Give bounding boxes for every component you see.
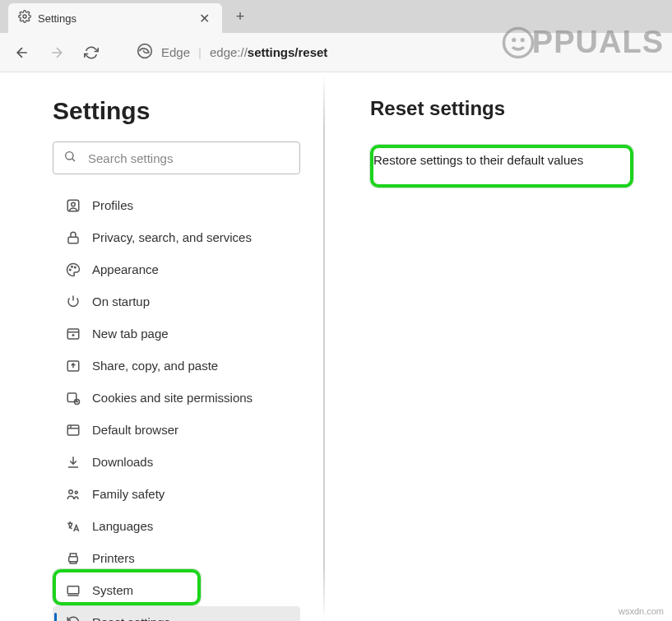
sidebar-item-label: Downloads <box>92 455 153 469</box>
page-title: Settings <box>53 97 300 125</box>
sidebar-item-languages[interactable]: Languages <box>53 510 300 542</box>
sidebar-item-label: Cookies and site permissions <box>92 391 253 405</box>
sidebar-item-reset[interactable]: Reset settings <box>53 606 300 621</box>
search-box[interactable] <box>53 141 300 174</box>
sidebar-item-label: Languages <box>92 519 153 533</box>
browser-tab[interactable]: Settings ✕ <box>8 3 222 33</box>
close-icon[interactable]: ✕ <box>196 10 212 26</box>
new-tab-button[interactable]: + <box>227 3 253 30</box>
sidebar-item-label: Reset settings <box>92 615 170 621</box>
svg-rect-16 <box>69 556 78 561</box>
watermark-source: wsxdn.com <box>619 606 664 616</box>
address-url: edge://settings/reset <box>210 45 327 59</box>
family-icon <box>66 487 81 502</box>
svg-rect-13 <box>67 425 79 435</box>
main-heading: Reset settings <box>370 97 647 120</box>
sidebar-item-label: Printers <box>92 551 135 565</box>
reset-icon <box>66 615 81 622</box>
svg-point-14 <box>69 489 73 494</box>
sidebar-item-profiles[interactable]: Profiles <box>53 189 300 221</box>
sidebar-item-label: Appearance <box>92 262 159 276</box>
permissions-icon <box>66 391 81 406</box>
sidebar-item-label: On startup <box>92 294 150 308</box>
svg-point-15 <box>75 491 77 494</box>
watermark-logo: PPUALS <box>501 25 664 60</box>
sidebar-item-newtab[interactable]: New tab page <box>53 317 300 350</box>
svg-point-8 <box>75 266 76 268</box>
gear-icon <box>18 10 31 26</box>
search-input[interactable] <box>88 151 290 165</box>
sidebar-item-default-browser[interactable]: Default browser <box>53 414 300 446</box>
search-icon <box>63 150 76 166</box>
svg-point-18 <box>503 28 532 57</box>
settings-nav: Profiles Privacy, search, and services A… <box>53 189 300 621</box>
profile-icon <box>66 198 81 213</box>
svg-point-4 <box>72 202 76 206</box>
sidebar-item-label: System <box>92 583 133 597</box>
sidebar-item-downloads[interactable]: Downloads <box>53 446 300 478</box>
svg-point-6 <box>70 269 72 271</box>
address-prefix: Edge <box>161 45 190 59</box>
svg-point-20 <box>520 37 524 41</box>
sidebar-item-share[interactable]: Share, copy, and paste <box>53 350 300 382</box>
sidebar-item-label: Family safety <box>92 487 165 501</box>
forward-button[interactable] <box>41 37 72 68</box>
download-icon <box>66 455 81 470</box>
sidebar-item-label: Profiles <box>92 198 133 212</box>
sidebar-item-privacy[interactable]: Privacy, search, and services <box>53 221 300 253</box>
sidebar-item-cookies[interactable]: Cookies and site permissions <box>53 382 300 414</box>
refresh-button[interactable] <box>76 37 107 68</box>
svg-rect-5 <box>68 237 78 243</box>
sidebar-item-startup[interactable]: On startup <box>53 285 300 317</box>
lock-icon <box>66 230 81 245</box>
sidebar-item-label: Default browser <box>92 423 178 437</box>
svg-point-2 <box>66 152 73 160</box>
system-icon <box>66 583 81 598</box>
newtab-icon <box>66 327 81 341</box>
browser-icon <box>66 423 81 438</box>
language-icon <box>66 519 81 534</box>
printer-icon <box>66 551 81 566</box>
svg-rect-17 <box>67 586 79 593</box>
power-icon <box>66 294 81 309</box>
sidebar-item-label: Privacy, search, and services <box>92 230 252 244</box>
palette-icon <box>66 262 81 277</box>
vertical-divider <box>323 72 325 621</box>
restore-defaults-button[interactable]: Restore settings to their default values <box>370 141 647 178</box>
sidebar-item-label: New tab page <box>92 327 169 341</box>
share-icon <box>66 359 81 373</box>
svg-point-19 <box>512 37 516 41</box>
svg-point-0 <box>23 15 26 18</box>
settings-sidebar: Settings Profiles Privacy, search, and s… <box>0 72 325 621</box>
address-separator: | <box>198 45 202 59</box>
sidebar-item-printers[interactable]: Printers <box>53 542 300 574</box>
sidebar-item-label: Share, copy, and paste <box>92 359 218 373</box>
edge-logo-icon <box>137 43 153 62</box>
sidebar-item-system[interactable]: System <box>53 574 300 606</box>
back-button[interactable] <box>7 37 38 68</box>
tab-title: Settings <box>38 12 189 25</box>
sidebar-item-appearance[interactable]: Appearance <box>53 253 300 285</box>
svg-point-7 <box>72 266 73 267</box>
main-content: Reset settings Restore settings to their… <box>325 72 672 621</box>
sidebar-item-family[interactable]: Family safety <box>53 478 300 510</box>
